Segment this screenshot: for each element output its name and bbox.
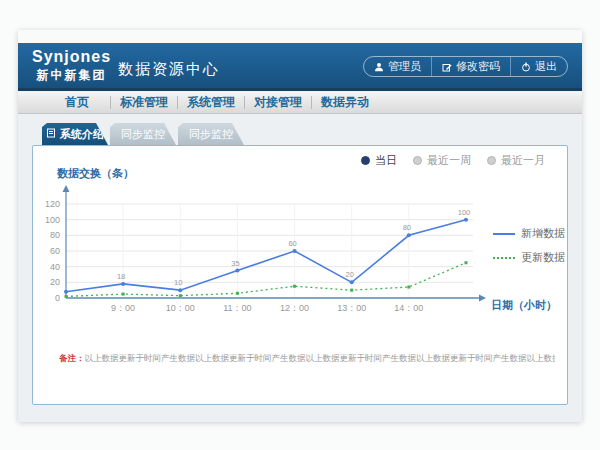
tab-sync-monitor-1[interactable]: 同步监控 <box>110 123 176 145</box>
footnote: 备注：以上数据更新于时间产生数据以上数据更新于时间产生数据以上数据更新于时间产生… <box>59 353 555 365</box>
svg-text:80: 80 <box>50 230 60 240</box>
footnote-text: 以上数据更新于时间产生数据以上数据更新于时间产生数据以上数据更新于时间产生数据以… <box>85 353 556 363</box>
footnote-label: 备注： <box>59 353 85 363</box>
power-icon <box>521 62 531 72</box>
legend-item-new-data[interactable]: 新增数据 <box>493 226 565 241</box>
svg-text:11：00: 11：00 <box>223 303 251 313</box>
chart-panel: 当日 最近一周 最近一月 数据交换（条） 日期（小时） 020406080100… <box>32 145 568 405</box>
tab-sync-monitor-2[interactable]: 同步监控 <box>178 123 244 145</box>
svg-text:20: 20 <box>50 277 60 287</box>
legend-line-solid-icon <box>493 233 515 235</box>
nav-item-standard-mgmt[interactable]: 标准管理 <box>111 94 177 111</box>
radio-last-month[interactable]: 最近一月 <box>487 153 545 168</box>
user-menu-button[interactable]: 管理员 <box>364 57 431 76</box>
radio-dot-icon <box>361 156 370 165</box>
svg-text:10: 10 <box>174 278 182 287</box>
radio-label: 最近一月 <box>501 153 545 168</box>
document-icon <box>46 128 56 140</box>
time-range-filter: 当日 最近一周 最近一月 <box>361 153 545 168</box>
chart-legend: 新增数据 更新数据 <box>493 226 565 265</box>
radio-last-week[interactable]: 最近一周 <box>413 153 471 168</box>
radio-dot-icon <box>487 156 496 165</box>
legend-label: 新增数据 <box>521 226 565 241</box>
page-title: 数据资源中心 <box>118 60 220 79</box>
svg-text:9：00: 9：00 <box>111 303 135 313</box>
svg-text:14：00: 14：00 <box>394 303 423 313</box>
svg-text:20: 20 <box>346 270 354 279</box>
logout-label: 退出 <box>535 59 557 74</box>
radio-dot-icon <box>413 156 422 165</box>
user-icon <box>374 62 384 72</box>
tab-label: 系统介绍 <box>60 127 104 142</box>
logo-subtext: 新中新集团 <box>32 67 111 84</box>
app-header: Synjones 新中新集团 数据资源中心 管理员 修改密码 退出 <box>18 43 582 91</box>
nav-item-data-change[interactable]: 数据异动 <box>312 94 378 111</box>
svg-text:120: 120 <box>45 199 60 209</box>
svg-text:18: 18 <box>117 272 125 281</box>
y-axis-title: 数据交换（条） <box>57 166 134 181</box>
logout-button[interactable]: 退出 <box>510 57 567 76</box>
radio-label: 最近一周 <box>427 153 471 168</box>
tab-label: 同步监控 <box>189 127 233 142</box>
svg-text:0: 0 <box>55 293 60 303</box>
nav-item-home[interactable]: 首页 <box>44 94 110 111</box>
svg-text:60: 60 <box>50 246 60 256</box>
app-window: Synjones 新中新集团 数据资源中心 管理员 修改密码 退出 <box>18 30 582 422</box>
svg-text:35: 35 <box>231 259 239 268</box>
tab-label: 同步监控 <box>121 127 165 142</box>
svg-text:100: 100 <box>45 215 60 225</box>
svg-text:40: 40 <box>50 262 60 272</box>
content-area: 系统介绍 同步监控 同步监控 当日 最近一周 <box>18 114 582 419</box>
company-logo: Synjones 新中新集团 <box>32 48 111 84</box>
svg-text:80: 80 <box>403 223 411 232</box>
svg-text:12：00: 12：00 <box>280 303 309 313</box>
tab-system-intro[interactable]: 系统介绍 <box>42 123 108 145</box>
svg-text:10：00: 10：00 <box>166 303 195 313</box>
top-strip <box>18 30 582 43</box>
legend-line-dotted-icon <box>493 257 515 259</box>
user-toolbar: 管理员 修改密码 退出 <box>363 56 568 77</box>
line-chart: 0204060801001209：0010：0011：0012：0013：001… <box>33 184 569 329</box>
svg-text:100: 100 <box>458 208 471 217</box>
nav-item-interface-mgmt[interactable]: 对接管理 <box>245 94 311 111</box>
nav-item-system-mgmt[interactable]: 系统管理 <box>178 94 244 111</box>
edit-icon <box>442 62 452 72</box>
main-nav: 首页 标准管理 系统管理 对接管理 数据异动 <box>18 91 582 114</box>
logo-text: Synjones <box>32 48 111 66</box>
svg-text:60: 60 <box>288 239 296 248</box>
change-password-label: 修改密码 <box>456 59 500 74</box>
change-password-button[interactable]: 修改密码 <box>431 57 510 76</box>
svg-text:13：00: 13：00 <box>337 303 366 313</box>
radio-label: 当日 <box>375 153 397 168</box>
user-label: 管理员 <box>388 59 421 74</box>
legend-label: 更新数据 <box>521 250 565 265</box>
legend-item-updated-data[interactable]: 更新数据 <box>493 250 565 265</box>
tab-bar: 系统介绍 同步监控 同步监控 <box>42 123 244 145</box>
radio-today[interactable]: 当日 <box>361 153 397 168</box>
